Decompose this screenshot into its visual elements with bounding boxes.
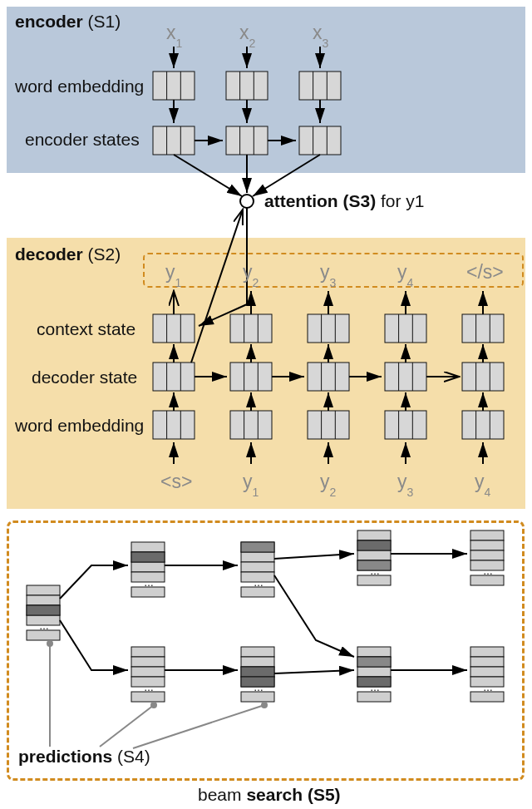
eos-out: </s>: [466, 261, 504, 284]
attention-label: attention (S3) for y1: [264, 191, 425, 211]
svg-line-17: [174, 155, 242, 196]
svg-rect-46: [131, 552, 165, 562]
svg-line-66: [100, 705, 154, 747]
svg-text:…: …: [39, 620, 49, 632]
x2: x2: [239, 22, 255, 47]
y1-in: y1: [243, 471, 259, 496]
svg-rect-44: [27, 605, 60, 615]
y3-in: y3: [397, 471, 413, 496]
svg-text:…: …: [254, 682, 264, 693]
y1-out: y1: [165, 261, 181, 286]
encoder-row1: word embedding: [15, 76, 144, 96]
svg-text:…: …: [144, 577, 154, 589]
svg-point-16: [240, 195, 254, 208]
svg-text:…: …: [370, 682, 380, 693]
decoder-title: decoder (S2): [15, 244, 121, 264]
diagram: … … … … … … … … …: [0, 0, 532, 809]
decoder-row2: decoder state: [32, 368, 137, 387]
svg-rect-54: [357, 540, 391, 550]
svg-rect-49: [241, 542, 274, 552]
decoder-row1: context state: [37, 319, 135, 339]
x1: x1: [166, 22, 182, 47]
diagram-svg: … … … … … … … … …: [0, 0, 532, 809]
sos-in: <s>: [160, 471, 192, 493]
svg-text:…: …: [483, 682, 493, 693]
y2-out: y2: [243, 261, 259, 286]
svg-line-19: [253, 155, 320, 196]
encoder-row2: encoder states: [25, 130, 140, 150]
svg-rect-51: [241, 667, 274, 677]
svg-text:…: …: [370, 565, 380, 577]
y3-out: y3: [320, 261, 336, 286]
y4-out: y4: [397, 261, 413, 286]
svg-text:…: …: [483, 565, 493, 577]
predictions-label: predictions (S4): [18, 747, 150, 767]
y4-in: y4: [475, 471, 490, 496]
svg-line-67: [133, 705, 264, 748]
beam-search-label: beam search (S5): [198, 785, 341, 805]
svg-rect-57: [357, 657, 391, 667]
encoder-title: encoder (S1): [15, 12, 121, 32]
svg-text:…: …: [144, 682, 154, 693]
svg-text:…: …: [254, 577, 264, 589]
y2-in: y2: [320, 471, 336, 496]
decoder-row3: word embedding: [15, 416, 144, 436]
x3: x3: [313, 22, 328, 47]
